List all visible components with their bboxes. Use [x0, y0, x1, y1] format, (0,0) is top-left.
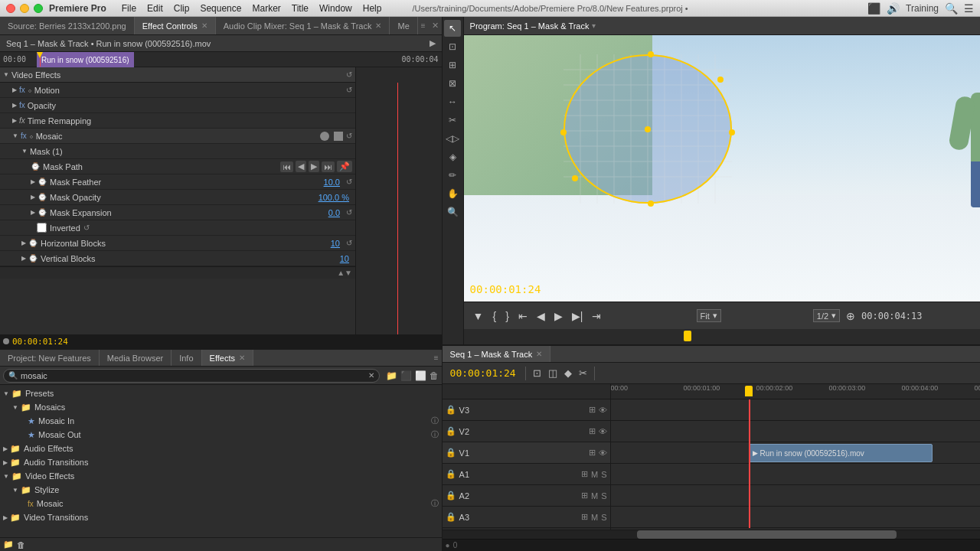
minimize-button[interactable]: [20, 4, 29, 13]
horiz-blocks-reset[interactable]: ↺: [346, 239, 352, 247]
v3-sync-icon[interactable]: ⊞: [589, 405, 596, 415]
v2-content[interactable]: [611, 421, 980, 442]
video-clip-v1[interactable]: ▶ Run in snow (000592516).mov: [749, 444, 933, 462]
effect-controls-tab[interactable]: Effect Controls ✕: [135, 17, 216, 34]
video-effects-folder[interactable]: ▼ 📁 Video Effects: [0, 469, 442, 483]
program-tab-dropdown[interactable]: ▾: [592, 21, 596, 30]
v3-eye-icon[interactable]: 👁: [599, 406, 607, 415]
a2-sync-icon[interactable]: ⊞: [581, 491, 588, 500]
v3-content[interactable]: [611, 399, 980, 421]
new-effect-button[interactable]: 📁: [3, 540, 14, 549]
audio-transitions-folder[interactable]: ▶ 📁 Audio Transitions: [0, 455, 442, 469]
play-button[interactable]: ▶: [551, 308, 566, 324]
mask-handle-right[interactable]: [729, 129, 735, 135]
clip-mixer-tab[interactable]: Audio Clip Mixer: Seq 1 – Mask & Track ✕: [216, 17, 390, 34]
mask-pin-btn[interactable]: 📌: [337, 161, 352, 172]
page-selector[interactable]: 1/2 ▾: [813, 309, 840, 322]
fit-dropdown[interactable]: Fit ▾: [697, 309, 721, 322]
inverted-checkbox[interactable]: [37, 223, 47, 233]
video-effects-menu[interactable]: ↺: [346, 70, 352, 79]
a3-content[interactable]: [611, 507, 980, 528]
mosaic-reset[interactable]: ↺: [346, 132, 352, 140]
a1-m-button[interactable]: M: [591, 470, 598, 479]
scrollbar-thumb[interactable]: [637, 530, 897, 539]
program-tab[interactable]: Program: Seq 1 – Mask & Track ▾: [470, 21, 596, 31]
v2-sync-icon[interactable]: ⊞: [589, 426, 596, 436]
menu-marker[interactable]: Marker: [252, 3, 280, 14]
mask-expansion-value[interactable]: 0.0: [328, 208, 340, 217]
snap-button[interactable]: ⊡: [531, 366, 544, 380]
a2-content[interactable]: [611, 485, 980, 507]
v1-lock-icon[interactable]: 🔒: [446, 448, 456, 458]
hand-tool[interactable]: ✋: [444, 185, 461, 202]
maximize-button[interactable]: [34, 4, 43, 13]
project-tab[interactable]: Project: New Features: [0, 350, 100, 366]
mosaic-out-item[interactable]: ★ Mosaic Out ⓘ: [0, 428, 442, 442]
selection-tool[interactable]: ↖: [444, 20, 461, 37]
mask-feather-reset[interactable]: ↺: [346, 178, 352, 186]
motion-reset[interactable]: ↺: [346, 86, 352, 94]
menu-title[interactable]: Title: [292, 3, 309, 14]
a2-lock-icon[interactable]: 🔒: [446, 491, 456, 500]
mask-opacity-value[interactable]: 100.0 %: [318, 193, 349, 202]
menu-sequence[interactable]: Sequence: [200, 3, 241, 14]
timeline-timecode[interactable]: 00:00:01:24: [446, 367, 521, 379]
presets-folder[interactable]: ▼ 📁 Presets: [0, 386, 442, 400]
effects-search-input[interactable]: [21, 371, 368, 380]
mask-feather-value[interactable]: 10.0: [324, 178, 340, 187]
delete-effect-button[interactable]: 🗑: [17, 540, 25, 549]
add-marker-button[interactable]: ▼: [470, 308, 487, 324]
mark-in-button[interactable]: {: [489, 308, 499, 324]
razor-tool[interactable]: ✂: [444, 112, 461, 129]
panel-close-button[interactable]: ✕: [429, 21, 442, 31]
bottom-panel-menu[interactable]: ≡: [431, 354, 442, 362]
ripple-button[interactable]: ◫: [546, 366, 560, 380]
mask-ellipse-button[interactable]: [320, 132, 329, 141]
opacity-row[interactable]: ▶ fx Opacity: [0, 98, 355, 113]
track-select-tool[interactable]: ⊡: [444, 38, 461, 55]
list-icon[interactable]: ☰: [964, 2, 974, 15]
mask-handle-corner-tr[interactable]: [717, 77, 724, 83]
search-clear-button[interactable]: ✕: [368, 371, 374, 380]
rate-stretch-tool[interactable]: ↔: [444, 93, 461, 110]
mosaics-folder[interactable]: ▼ 📁 Mosaics: [0, 400, 442, 414]
zoom-magnifier-button[interactable]: ⊕: [843, 308, 858, 324]
video-effects-header[interactable]: ▼ Video Effects ↺: [0, 67, 355, 83]
slide-tool[interactable]: ◈: [444, 148, 461, 165]
timecode-display[interactable]: 00:00:01:24: [12, 337, 68, 347]
video-transitions-folder[interactable]: ▶ 📁 Video Transitions: [0, 510, 442, 524]
horiz-blocks-value[interactable]: 10: [331, 239, 340, 248]
a1-s-button[interactable]: S: [601, 470, 606, 479]
mask-prev-btn[interactable]: ◀: [296, 161, 306, 172]
a2-s-button[interactable]: S: [601, 491, 606, 500]
go-out-button[interactable]: ⇥: [589, 308, 604, 324]
slip-tool[interactable]: ◁▷: [444, 130, 461, 147]
ripple-edit-tool[interactable]: ⊞: [444, 57, 461, 73]
close-button[interactable]: [6, 4, 15, 13]
new-bin-button[interactable]: ⬛: [400, 370, 412, 381]
pen-tool[interactable]: ✏: [444, 167, 461, 184]
mosaic-effect-item[interactable]: fx Mosaic ⓘ: [0, 497, 442, 510]
a3-s-button[interactable]: S: [601, 513, 606, 522]
stylize-folder[interactable]: ▼ 📁 Stylize: [0, 483, 442, 497]
a1-lock-icon[interactable]: 🔒: [446, 469, 456, 479]
mask-handle-bottom[interactable]: [648, 201, 654, 207]
v2-lock-icon[interactable]: 🔒: [446, 426, 456, 436]
a1-sync-icon[interactable]: ⊞: [581, 469, 588, 479]
razor-tl-button[interactable]: ✂: [577, 366, 590, 380]
panel-menu-button[interactable]: ≡: [418, 21, 429, 30]
mark-out-button[interactable]: }: [502, 308, 512, 324]
v1-content[interactable]: ▶ Run in snow (000592516).mov: [611, 442, 980, 464]
v1-sync-icon[interactable]: ⊞: [589, 448, 596, 458]
v1-eye-icon[interactable]: 👁: [599, 448, 607, 458]
effects-tab-close[interactable]: ✕: [239, 354, 245, 362]
effect-controls-tab-close[interactable]: ✕: [201, 21, 207, 30]
motion-row[interactable]: ▶ fx ⬦ Motion ↺: [0, 83, 355, 98]
menu-edit[interactable]: Edit: [147, 3, 163, 14]
a3-m-button[interactable]: M: [591, 513, 598, 522]
effects-tab[interactable]: Effects ✕: [202, 350, 253, 366]
info-tab[interactable]: Info: [172, 350, 201, 366]
scroll-down-icon[interactable]: ▼: [345, 269, 352, 277]
tab4[interactable]: Me: [390, 17, 417, 34]
mask-rewind-btn[interactable]: ⏮: [280, 161, 293, 172]
